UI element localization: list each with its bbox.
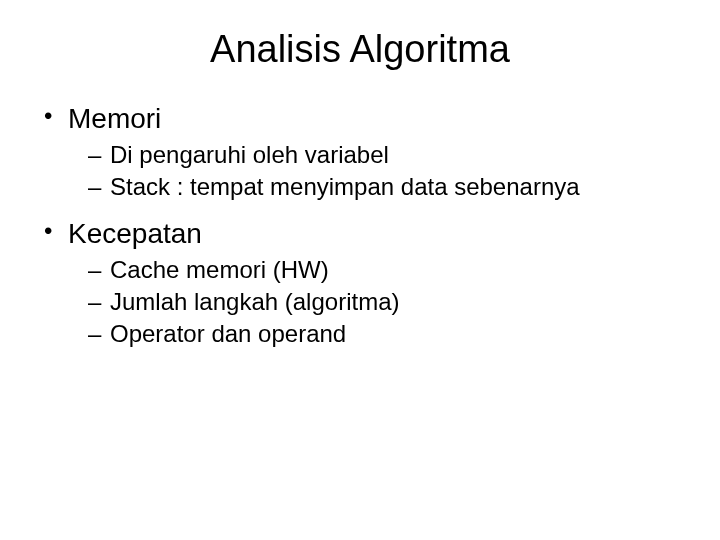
sub-list-item: Di pengaruhi oleh variabel [88, 140, 680, 170]
list-item-label: Memori [68, 103, 161, 134]
sub-list: Di pengaruhi oleh variabel Stack : tempa… [68, 140, 680, 202]
list-item: Kecepatan Cache memori (HW) Jumlah langk… [40, 216, 680, 349]
sub-list-item: Stack : tempat menyimpan data sebenarnya [88, 172, 680, 202]
slide-title: Analisis Algoritma [0, 0, 720, 81]
sub-list-item: Cache memori (HW) [88, 255, 680, 285]
list-item: Memori Di pengaruhi oleh variabel Stack … [40, 101, 680, 202]
slide-body: Memori Di pengaruhi oleh variabel Stack … [0, 81, 720, 349]
sub-list-item: Jumlah langkah (algoritma) [88, 287, 680, 317]
bullet-list: Memori Di pengaruhi oleh variabel Stack … [40, 101, 680, 349]
sub-list: Cache memori (HW) Jumlah langkah (algori… [68, 255, 680, 349]
sub-list-item: Operator dan operand [88, 319, 680, 349]
slide: Analisis Algoritma Memori Di pengaruhi o… [0, 0, 720, 540]
list-item-label: Kecepatan [68, 218, 202, 249]
